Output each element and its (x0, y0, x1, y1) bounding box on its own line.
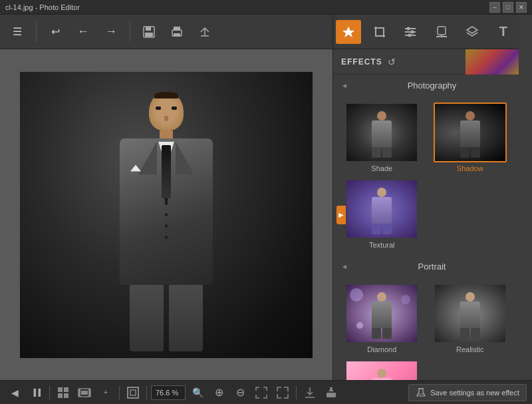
realistic-mini-legs (460, 328, 480, 339)
save-icon (142, 25, 156, 39)
svg-rect-16 (436, 36, 447, 37)
close-btn[interactable]: ✕ (516, 2, 527, 13)
pink-effect[interactable] (340, 359, 424, 380)
figure (113, 92, 219, 345)
status-sep4 (296, 386, 297, 399)
realistic-mini-figure (457, 292, 483, 339)
svg-rect-1 (146, 27, 151, 31)
save-effect-btn[interactable]: Save settings as new effect (408, 384, 527, 401)
status-sep3 (146, 386, 147, 399)
svg-rect-25 (88, 389, 90, 397)
expand-icon (276, 386, 289, 399)
zoom-value: 76.6 % (156, 389, 178, 397)
shade-effect[interactable]: Shade (340, 101, 424, 174)
main-photo (20, 72, 313, 358)
textural-thumb (345, 179, 418, 239)
figure-leg-right (169, 285, 203, 351)
text-tab-btn[interactable]: T (491, 20, 516, 44)
photography-arrow: ◄ (341, 82, 348, 89)
forward-btn[interactable]: → (99, 20, 123, 44)
effects-tab-btn[interactable] (336, 20, 361, 44)
panel-arrow[interactable]: ► (336, 206, 346, 224)
textural-label: Textural (369, 241, 395, 249)
export-btn[interactable] (193, 20, 217, 44)
svg-rect-26 (81, 391, 88, 395)
maximize-btn[interactable]: □ (503, 2, 513, 13)
effects-refresh-btn[interactable]: ↺ (388, 57, 396, 67)
figure-head (149, 92, 184, 130)
minimize-btn[interactable]: – (489, 2, 500, 13)
crop-tab-btn[interactable] (367, 20, 392, 44)
frame-btn[interactable] (124, 384, 142, 401)
photography-section-header[interactable]: ◄ Photography (333, 75, 519, 96)
stamp-tab-btn[interactable] (429, 20, 454, 44)
film-view-btn[interactable] (75, 384, 94, 401)
sep1 (36, 22, 37, 42)
shade-mini-figure (368, 111, 395, 158)
adjust-icon (404, 25, 417, 39)
expand-btn[interactable] (273, 384, 292, 401)
print-btn[interactable] (165, 20, 189, 44)
panel-scroll[interactable]: ◄ Photography (333, 75, 519, 380)
shadow-mini-legs (460, 147, 480, 158)
crop-icon (373, 25, 386, 39)
shadow-mini-figure (457, 111, 483, 158)
flask-icon (416, 387, 426, 398)
diamond-effect[interactable]: Diamond (340, 282, 424, 355)
svg-marker-18 (467, 27, 477, 33)
svg-point-13 (411, 30, 414, 33)
shade-thumb (345, 102, 418, 162)
textural-mini-figure (368, 188, 395, 234)
svg-rect-24 (78, 389, 80, 397)
effects-thumbnail (466, 49, 519, 75)
zoom-out-btn[interactable]: ⊖ (231, 384, 249, 401)
effects-icon (341, 25, 356, 39)
print-icon (170, 25, 184, 39)
zoom-search-btn[interactable]: 🔍 (188, 384, 207, 401)
diamond-bg (346, 285, 417, 342)
undo-btn[interactable]: ↩ (43, 20, 67, 44)
svg-rect-20 (64, 387, 68, 392)
shadow-effect[interactable]: Shadow (428, 101, 513, 174)
save-btn[interactable] (137, 20, 161, 44)
svg-rect-19 (58, 387, 63, 392)
figure-legs (130, 285, 203, 351)
menu-btn[interactable]: ☰ (5, 20, 29, 44)
upload-btn[interactable] (322, 384, 340, 401)
shade-label: Shade (371, 164, 392, 172)
portrait-section-header[interactable]: ◄ Portrait (333, 256, 519, 277)
canvas-area (0, 49, 332, 380)
figure-suit (120, 138, 213, 285)
adjust-tab-btn[interactable] (398, 20, 423, 44)
right-toolbar: T (332, 15, 519, 49)
svg-marker-8 (342, 27, 354, 37)
fit-btn[interactable] (252, 384, 271, 401)
main-toolbar: ☰ ↩ ← → (0, 15, 332, 49)
film-icon (78, 386, 91, 399)
prev-btn[interactable]: ◀ (5, 384, 24, 401)
title-bar: cl-14.jpg - Photo Editor – □ ✕ (0, 0, 532, 15)
layers-tab-btn[interactable] (460, 20, 485, 44)
svg-point-12 (407, 27, 410, 30)
download-btn[interactable] (301, 384, 319, 401)
stamp-icon (435, 25, 448, 39)
textural-bg (346, 180, 417, 238)
shade-mini-legs (372, 147, 392, 158)
shadow-thumb (434, 102, 507, 162)
figure-neck (160, 130, 173, 138)
zoom-display: 76.6 % (151, 385, 186, 400)
play-btn[interactable]: ▐▐ (27, 384, 45, 401)
back-btn[interactable]: ← (71, 20, 95, 44)
portrait-title: Portrait (353, 262, 511, 272)
film-add-btn[interactable]: + (96, 384, 115, 401)
window-controls: – □ ✕ (489, 2, 527, 13)
thumbnail-view-btn[interactable] (54, 384, 72, 401)
upload-icon (325, 386, 338, 399)
diamond-thumb (345, 284, 418, 343)
effects-label: EFFECTS (341, 57, 382, 67)
zoom-in-btn[interactable]: ⊕ (209, 384, 228, 401)
textural-effect[interactable]: Textural (340, 178, 424, 250)
diamond-mini-figure (368, 292, 395, 339)
realistic-effect[interactable]: Realistic (428, 282, 513, 355)
realistic-thumb (434, 284, 507, 343)
